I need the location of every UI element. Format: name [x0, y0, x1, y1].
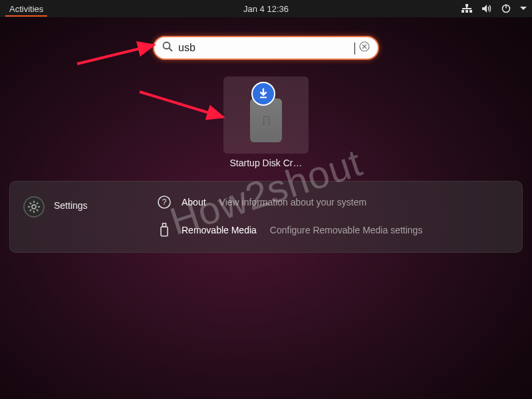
svg-line-20: [37, 209, 38, 211]
gear-icon: [23, 196, 45, 217]
svg-line-21: [30, 209, 31, 211]
settings-item-name: About: [182, 197, 206, 207]
activities-button[interactable]: Activities: [5, 1, 47, 17]
svg-rect-1: [462, 10, 464, 13]
search-input[interactable]: usb: [178, 42, 354, 54]
app-icon: ⎍: [223, 76, 309, 154]
settings-item-removable-media[interactable]: Removable Media Configure Removable Medi…: [156, 223, 509, 237]
svg-rect-26: [163, 223, 166, 227]
svg-point-8: [164, 43, 170, 49]
settings-panel: Settings ? About View information about …: [9, 181, 523, 253]
svg-rect-25: [161, 227, 168, 236]
svg-line-9: [170, 49, 173, 52]
search-bar: usb: [153, 36, 379, 60]
svg-line-28: [140, 92, 223, 117]
svg-rect-13: [260, 97, 267, 98]
settings-item-desc: Configure Removable Media settings: [270, 225, 423, 235]
download-badge-icon: [251, 82, 275, 106]
status-area[interactable]: [462, 4, 527, 13]
settings-item-name: Removable Media: [182, 225, 257, 235]
svg-rect-5: [462, 8, 471, 9]
svg-text:?: ?: [162, 198, 167, 207]
app-label: Startup Disk Cr…: [223, 158, 309, 168]
svg-rect-0: [466, 4, 468, 7]
app-result-startup-disk-creator[interactable]: ⎍ Startup Disk Cr…: [223, 76, 309, 168]
power-icon: [501, 4, 511, 13]
svg-rect-3: [469, 10, 472, 13]
annotation-arrow: [75, 37, 162, 70]
search-icon: [162, 41, 173, 55]
svg-line-22: [37, 203, 38, 204]
svg-point-14: [32, 205, 36, 209]
top-bar: Activities Jan 4 12:36: [0, 0, 532, 17]
svg-line-27: [77, 45, 154, 64]
svg-rect-2: [466, 10, 468, 13]
clear-icon[interactable]: [359, 41, 370, 55]
settings-header: Settings: [23, 194, 130, 237]
svg-rect-7: [505, 5, 507, 9]
svg-line-19: [30, 203, 31, 204]
chevron-down-icon: [520, 6, 527, 11]
settings-item-desc: View information about your system: [219, 197, 367, 207]
settings-item-about[interactable]: ? About View information about your syst…: [156, 195, 509, 209]
search-field[interactable]: usb: [153, 36, 379, 60]
settings-title: Settings: [54, 196, 88, 211]
network-icon: [462, 4, 472, 13]
volume-icon: [481, 4, 492, 13]
removable-media-icon: [156, 223, 172, 237]
about-icon: ?: [156, 195, 172, 209]
clock[interactable]: Jan 4 12:36: [243, 4, 289, 14]
annotation-arrow: [138, 86, 231, 126]
